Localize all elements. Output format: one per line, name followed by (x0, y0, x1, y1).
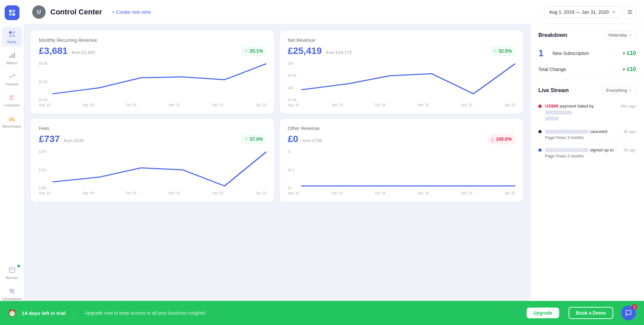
other-revenue-title: Other Revenue (288, 126, 515, 131)
breakdown-filter-button[interactable]: Yesterday (604, 31, 636, 39)
book-demo-button[interactable]: Book a Demo (569, 307, 613, 319)
stream-dot-dark (538, 130, 542, 133)
breakdown-header: Breakdown Yesterday (538, 31, 636, 39)
date-range-button[interactable]: Aug 1, 2019 — Jan 31, 2020 (544, 6, 621, 18)
stream-text-3: signed up to (545, 147, 620, 153)
fees-chart-svg (52, 150, 266, 190)
svg-rect-4 (9, 31, 11, 34)
date-range-text: Aug 1, 2019 — Jan 31, 2020 (549, 9, 609, 15)
stream-content-1: US$99 payment failed by (545, 103, 617, 122)
net-revenue-x-labels: Aug '19 Sep '19 Oct '19 Nov '19 Dec '19 … (288, 103, 515, 107)
metrics-grid: Monthly Recurring Revenue £3,681 from £2… (31, 31, 523, 202)
stream-sub-3: Page Flows 3 months (545, 154, 620, 158)
svg-rect-3 (12, 13, 15, 16)
net-revenue-value: £25,419 (288, 46, 322, 56)
upgrade-button[interactable]: Upgrade (527, 308, 559, 318)
svg-rect-2 (9, 13, 12, 16)
net-revenue-up-icon: ↑ (493, 48, 496, 55)
svg-rect-15 (13, 119, 15, 121)
breakdown-section: Breakdown Yesterday 1 New Subscription +… (530, 24, 644, 79)
up-arrow-icon: ↑ (245, 48, 248, 55)
divider (74, 309, 74, 317)
livestream-filter-label: Everything (606, 88, 627, 93)
customers-icon (7, 93, 17, 102)
svg-rect-0 (9, 10, 12, 12)
breakdown-value: + £10 (623, 50, 636, 56)
stream-time-1: 34m ago (620, 104, 636, 109)
sidebar-item-customers[interactable]: Customers (2, 90, 22, 110)
other-revenue-value: £0 (288, 134, 298, 144)
page-title: Control Center (50, 8, 102, 16)
sidebar-item-metrics-label: Metrics (6, 61, 17, 65)
clock-icon: ⏰ (8, 309, 16, 317)
create-new-view-button[interactable]: + Create new view (109, 7, 154, 17)
other-revenue-card: Other Revenue £0 from £785 ↓ 100.0% (280, 119, 523, 202)
other-revenue-chart-svg (301, 150, 515, 190)
trial-banner: ⏰ 14 days left in trial Upgrade now to k… (0, 301, 644, 325)
sidebar-item-benchmarks[interactable]: Benchmarks (2, 111, 22, 131)
stream-item-2: canceled Page Flows 3 months 8h ago (538, 125, 636, 144)
breakdown-label: New Subscription (552, 51, 623, 56)
sidebar-item-metrics[interactable]: Metrics (2, 48, 22, 68)
app-logo[interactable] (5, 5, 19, 20)
net-revenue-title: Net Revenue (288, 38, 515, 43)
sidebar-item-forecast[interactable]: Forecast (2, 69, 22, 89)
recover-notification-dot (17, 265, 20, 267)
sidebar-item-home-label: Home (7, 40, 16, 44)
net-revenue-badge: ↑ 32.5% (490, 46, 515, 56)
fees-y-labels: £140 £120 £100 (39, 150, 46, 190)
svg-point-11 (10, 95, 12, 97)
fees-card: Fees £737 from £538 ↑ 37.0% £140 (31, 119, 274, 202)
svg-rect-13 (9, 118, 10, 121)
mrr-chart-svg (52, 62, 266, 102)
net-revenue-chart-svg (301, 62, 515, 102)
workspace-avatar: U (32, 5, 46, 19)
stream-dot-blue (538, 148, 542, 152)
stream-text-1: US$99 payment failed by (545, 103, 617, 122)
recover-icon (7, 265, 17, 275)
svg-rect-9 (11, 54, 13, 58)
fees-value: £737 (39, 134, 60, 144)
sidebar-item-home[interactable]: Home (2, 27, 22, 47)
trial-days-text: 14 days left in trial (22, 310, 66, 316)
mrr-y-labels: £3.6K £3.4K £3.2K (39, 62, 48, 102)
breakdown-total-label: Total Change (538, 67, 566, 72)
mrr-card: Monthly Recurring Revenue £3,681 from £2… (31, 31, 274, 114)
svg-rect-1 (12, 10, 15, 12)
content-area: Monthly Recurring Revenue £3,681 from £2… (24, 24, 644, 325)
stream-dot-red (538, 105, 542, 108)
main-content: Monthly Recurring Revenue £3,681 from £2… (24, 24, 530, 325)
svg-rect-16 (9, 268, 15, 273)
stream-item-1: US$99 payment failed by 34m ago (538, 100, 636, 125)
sidebar-item-benchmarks-label: Benchmarks (3, 125, 21, 128)
other-revenue-from: from £785 (303, 138, 322, 143)
menu-button[interactable] (624, 6, 636, 18)
metrics-icon (7, 51, 17, 60)
chat-badge: 2 (632, 304, 637, 310)
benchmarks-icon (7, 114, 17, 123)
svg-rect-6 (9, 35, 11, 37)
sidebar-item-customers-label: Customers (4, 104, 20, 107)
sidebar-item-forecast-label: Forecast (5, 82, 18, 86)
net-revenue-card: Net Revenue £25,419 from £19,179 ↑ 32.5% (280, 31, 523, 114)
fees-up-icon: ↑ (245, 136, 248, 143)
sidebar-item-recover[interactable]: Recover (2, 263, 22, 282)
sidebar-item-recover-label: Recover (6, 276, 18, 280)
breakdown-row: 1 New Subscription + £10 (538, 45, 636, 62)
mrr-badge: ↑ 25.1% (241, 46, 266, 56)
svg-rect-14 (11, 117, 13, 122)
breakdown-filter-label: Yesterday (608, 32, 627, 38)
stream-sub-2: Page Flows 3 months (545, 135, 620, 140)
svg-point-12 (12, 95, 14, 97)
livestream-header: Live Stream Everything (538, 86, 636, 94)
mrr-badge-value: 25.1% (250, 48, 263, 54)
right-panel: Breakdown Yesterday 1 New Subscription +… (530, 24, 644, 325)
livestream-title: Live Stream (538, 87, 569, 93)
chat-button[interactable]: 2 (621, 306, 636, 320)
stream-time-2: 8h ago (624, 129, 636, 134)
breakdown-num: 1 (538, 48, 548, 59)
other-revenue-value-group: £0 from £785 (288, 134, 322, 144)
breakdown-total-value: + £10 (623, 66, 636, 72)
livestream-filter-button[interactable]: Everything (603, 86, 636, 94)
mrr-x-labels: Aug '19 Sep '19 Oct '19 Nov '19 Dec '19 … (39, 103, 266, 107)
